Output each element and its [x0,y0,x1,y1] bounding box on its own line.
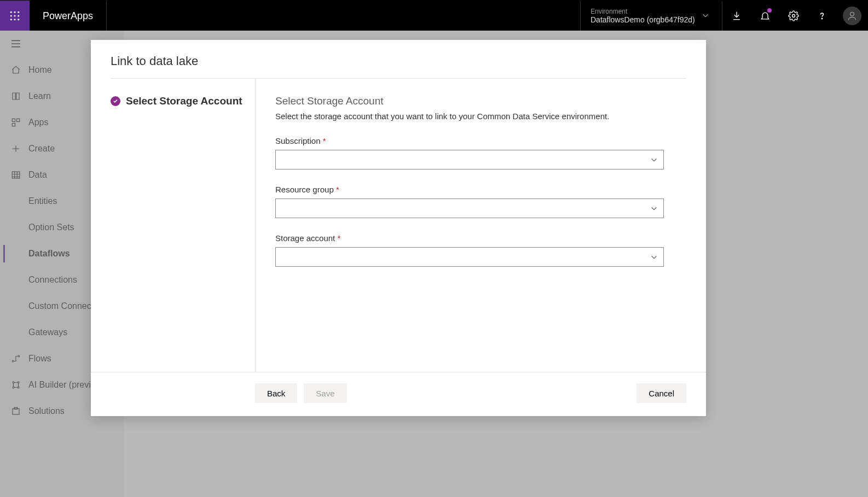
svg-point-6 [10,19,12,20]
svg-rect-12 [12,119,15,121]
nav-label: Create [28,144,55,154]
svg-point-11 [850,12,854,16]
svg-point-17 [18,355,20,357]
step-select-storage-account: Select Storage Account [111,95,255,107]
environment-name: DataflowsDemo (orgb647f92d) [591,15,695,24]
environment-label: Environment [591,8,695,15]
svg-point-1 [14,11,15,13]
section-title: Select Storage Account [275,95,686,107]
storage-account-select[interactable] [275,247,664,267]
svg-point-7 [14,19,15,20]
link-to-data-lake-modal: Link to data lake Select Storage Account… [91,40,706,416]
svg-point-5 [18,15,19,16]
nav-label: Learn [28,91,51,101]
nav-label: Home [28,65,52,75]
svg-rect-14 [12,124,15,126]
svg-point-4 [14,15,15,16]
step-label: Select Storage Account [126,95,242,107]
app-launcher-button[interactable] [0,1,30,31]
modal-title: Link to data lake [111,54,686,79]
settings-icon[interactable] [779,1,808,31]
notifications-icon[interactable] [751,1,779,31]
modal-footer: Back Save Cancel [91,372,706,416]
svg-point-20 [13,387,14,388]
resource-group-label: Resource group * [275,185,686,194]
svg-point-10 [821,18,822,19]
modal-steps: Select Storage Account [111,79,256,372]
cancel-button[interactable]: Cancel [636,383,686,403]
svg-point-18 [13,382,14,383]
svg-point-16 [12,360,14,362]
top-header: PowerApps Environment DataflowsDemo (org… [0,0,868,31]
svg-rect-13 [17,119,20,121]
app-title: PowerApps [30,1,107,31]
nav-label: Solutions [28,406,65,416]
svg-point-9 [792,15,795,17]
download-icon[interactable] [722,1,751,31]
step-complete-icon [111,96,120,106]
section-description: Select the storage account that you want… [275,112,686,121]
svg-point-3 [10,15,12,16]
svg-point-19 [18,382,19,383]
save-button[interactable]: Save [304,383,346,403]
chevron-down-icon [650,156,658,163]
chevron-down-icon [702,11,709,21]
svg-point-21 [18,387,19,388]
resource-group-select[interactable] [275,198,664,218]
chevron-down-icon [650,253,658,261]
back-button[interactable]: Back [255,383,297,403]
chevron-down-icon [650,204,658,212]
help-icon[interactable] [808,1,836,31]
subscription-select[interactable] [275,150,664,169]
notification-dot [767,8,772,13]
user-avatar[interactable] [843,7,861,25]
environment-picker[interactable]: Environment DataflowsDemo (orgb647f92d) [580,1,722,31]
subscription-label: Subscription * [275,136,686,145]
svg-rect-15 [12,172,20,178]
nav-label: Flows [28,354,51,364]
svg-rect-22 [13,409,19,415]
svg-point-8 [18,19,19,20]
svg-point-2 [18,11,19,13]
svg-rect-23 [14,407,18,409]
nav-label: Data [28,170,47,180]
nav-label: Apps [28,118,48,127]
storage-account-label: Storage account * [275,233,686,243]
svg-point-0 [10,11,12,13]
